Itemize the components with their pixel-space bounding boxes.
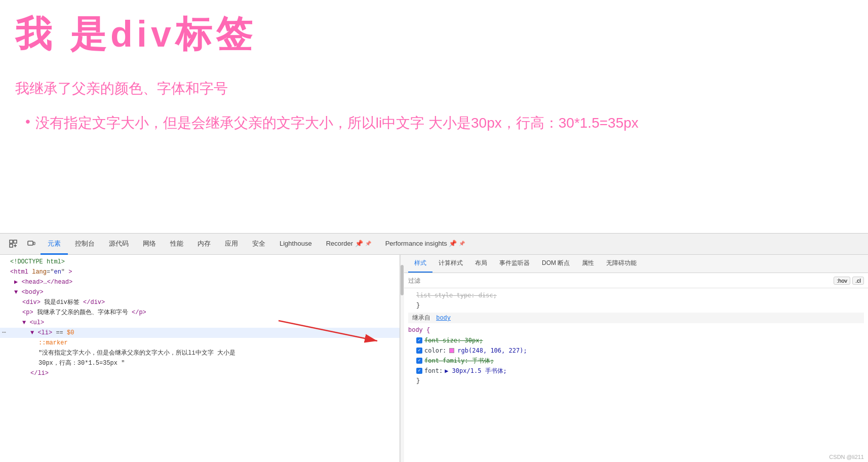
dom-doctype: <!DOCTYPE html> bbox=[10, 258, 65, 265]
tab-lighthouse[interactable]: Lighthouse bbox=[272, 234, 319, 255]
dom-line-div: <div> 我是div标签 </div> bbox=[0, 297, 400, 307]
tab-application[interactable]: 应用 bbox=[218, 234, 245, 255]
svg-rect-5 bbox=[28, 241, 33, 245]
checkbox-font[interactable]: ✓ bbox=[416, 368, 422, 374]
devtools-toolbar: 元素 控制台 源代码 网络 性能 内存 应用 安全 Lighthouse Rec… bbox=[0, 234, 868, 255]
style-font: ✓ font: ▶ 30px/1.5 手书体; bbox=[408, 366, 864, 376]
bullet-icon: • bbox=[25, 113, 30, 130]
filter-buttons: :hov .cl bbox=[834, 277, 864, 285]
brace-close-1: } bbox=[416, 301, 420, 310]
list-content: 没有指定文字大小，但是会继承父亲的文字大小，所以li中文字 大小是30px，行高… bbox=[35, 113, 639, 133]
styles-content: list style type: disc; } 继承自 body body {… bbox=[404, 288, 868, 462]
style-body-selector: body { bbox=[408, 325, 864, 335]
watermark: CSDN @li211 bbox=[829, 454, 864, 460]
styles-subtabs: 样式 计算样式 布局 事件监听器 DOM 断点 属性 无障碍功能 bbox=[404, 255, 868, 273]
tab-sources[interactable]: 源代码 bbox=[102, 234, 136, 255]
filter-hov-button[interactable]: :hov bbox=[834, 277, 850, 285]
dom-line-li-selected[interactable]: ⋯ ▼ <li> == $0 bbox=[0, 328, 400, 338]
tab-console[interactable]: 控制台 bbox=[68, 234, 102, 255]
style-line-list-type: list style type: disc; bbox=[408, 290, 864, 300]
tab-memory[interactable]: 内存 bbox=[190, 234, 218, 255]
page-content: 我 是div标签 我继承了父亲的颜色、字体和字号 • 没有指定文字大小，但是会继… bbox=[0, 0, 868, 233]
brace-close-2: } bbox=[416, 376, 420, 386]
styles-tab-event-listeners[interactable]: 事件监听器 bbox=[493, 255, 536, 273]
styles-tab-styles[interactable]: 样式 bbox=[408, 255, 432, 273]
dom-line-p: <p> 我继承了父亲的颜色、字体和字号 </p> bbox=[0, 307, 400, 318]
svg-rect-2 bbox=[10, 244, 13, 247]
tab-recorder[interactable]: Recorder 📌 bbox=[319, 234, 378, 255]
devtools-panel: 元素 控制台 源代码 网络 性能 内存 应用 安全 Lighthouse Rec… bbox=[0, 233, 868, 462]
three-dots-icon: ⋯ bbox=[2, 328, 6, 337]
list-item: • 没有指定文字大小，但是会继承父亲的文字大小，所以li中文字 大小是30px，… bbox=[25, 113, 853, 133]
checkbox-font-family[interactable]: ✓ bbox=[416, 358, 422, 364]
filter-input[interactable] bbox=[408, 277, 830, 284]
dom-panel[interactable]: <!DOCTYPE html> <html lang="en" > ▶ <hea… bbox=[0, 255, 400, 462]
dom-line-html: <html lang="en" > bbox=[0, 267, 400, 277]
filter-cls-button[interactable]: .cl bbox=[852, 277, 864, 285]
device-toolbar-icon[interactable] bbox=[22, 234, 41, 255]
prop-font-value: ▶ 30px/1.5 手书体; bbox=[445, 366, 507, 375]
tab-security[interactable]: 安全 bbox=[245, 234, 272, 255]
devtools-body: <!DOCTYPE html> <html lang="en" > ▶ <hea… bbox=[0, 255, 868, 462]
dom-line-text1: "没有指定文字大小，但是会继承父亲的文字大小，所以li中文字 大小是 bbox=[0, 348, 400, 358]
dom-html-open: <html bbox=[10, 268, 28, 276]
tab-performance[interactable]: 性能 bbox=[163, 234, 190, 255]
inspect-element-icon[interactable] bbox=[4, 234, 22, 255]
inherit-section: 继承自 body bbox=[408, 313, 864, 323]
styles-tab-layout[interactable]: 布局 bbox=[469, 255, 493, 273]
scroll-divider bbox=[400, 255, 404, 462]
tab-recorder-label: Recorder 📌 bbox=[326, 240, 363, 247]
main-title: 我 是div标签 bbox=[15, 10, 853, 59]
crossed-list-style: list style type: disc; bbox=[416, 291, 497, 300]
scroll-thumb[interactable] bbox=[401, 265, 404, 295]
svg-rect-6 bbox=[33, 242, 35, 245]
prop-color-value: rgb(248, 106, 227); bbox=[457, 346, 527, 355]
color-swatch[interactable] bbox=[449, 348, 454, 353]
prop-color-label: color: bbox=[424, 346, 446, 355]
style-color: ✓ color: rgb(248, 106, 227); bbox=[408, 345, 864, 356]
checkbox-font-size[interactable]: ✓ bbox=[416, 337, 422, 343]
tab-performance-insights[interactable]: Performance insights 📌 bbox=[378, 234, 472, 255]
dom-line-text2: 30px，行高：30*1.5=35px " bbox=[0, 358, 400, 368]
dom-line-head: ▶ <head>…</head> bbox=[0, 277, 400, 287]
style-brace-close: } bbox=[408, 300, 864, 311]
subtitle-text: 我继承了父亲的颜色、字体和字号 bbox=[15, 79, 853, 98]
prop-font-label: font: bbox=[424, 366, 443, 375]
checkbox-color[interactable]: ✓ bbox=[416, 348, 422, 354]
styles-panel: 样式 计算样式 布局 事件监听器 DOM 断点 属性 无障碍功能 :hov .c… bbox=[404, 255, 868, 462]
style-brace-close-2: } bbox=[408, 376, 864, 386]
prop-font-size: font-size: 30px; bbox=[424, 336, 483, 345]
styles-tab-dom-breakpoints[interactable]: DOM 断点 bbox=[536, 255, 576, 273]
filter-bar: :hov .cl bbox=[404, 273, 868, 288]
prop-font-family: font-family: 手书体; bbox=[424, 356, 494, 365]
dom-lang-attr: lang bbox=[32, 268, 47, 276]
inherit-source-link[interactable]: body bbox=[436, 315, 451, 322]
style-font-size: ✓ font-size: 30px; bbox=[408, 335, 864, 345]
styles-tab-computed[interactable]: 计算样式 bbox=[432, 255, 469, 273]
inherit-from-label: 继承自 bbox=[412, 315, 430, 322]
tab-perf-insights-label: Performance insights 📌 bbox=[385, 240, 457, 247]
dom-line-doctype: <!DOCTYPE html> bbox=[0, 257, 400, 267]
svg-rect-0 bbox=[10, 240, 13, 243]
tab-elements[interactable]: 元素 bbox=[41, 234, 68, 255]
style-font-family: ✓ font-family: 手书体; bbox=[408, 356, 864, 366]
styles-tab-properties[interactable]: 属性 bbox=[576, 255, 600, 273]
tab-network[interactable]: 网络 bbox=[136, 234, 163, 255]
dom-line-body: ▼ <body> bbox=[0, 287, 400, 297]
dom-line-marker: ::marker bbox=[0, 338, 400, 348]
styles-tab-accessibility[interactable]: 无障碍功能 bbox=[600, 255, 643, 273]
svg-rect-1 bbox=[14, 240, 17, 243]
dom-line-li-close: </li> bbox=[0, 368, 400, 378]
dom-line-ul: ▼ <ul> bbox=[0, 318, 400, 328]
body-selector-text: body { bbox=[408, 326, 430, 335]
